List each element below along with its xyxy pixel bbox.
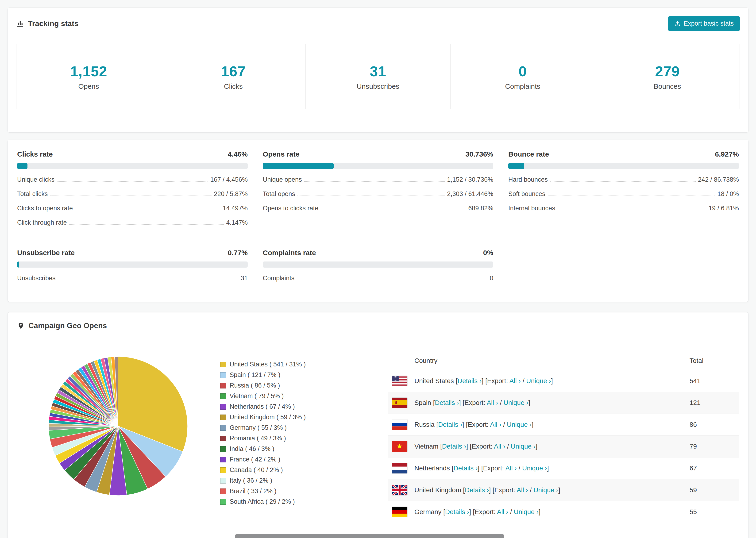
details-link[interactable]: Details › (458, 377, 482, 385)
rate-row-value: 19 / 6.81% (709, 205, 739, 212)
progress-bar-fill (17, 163, 27, 169)
stat-value: 279 (655, 63, 680, 80)
rate-row-value: 0 (490, 275, 493, 282)
legend-swatch (220, 499, 226, 505)
rate-row-value: 14.497% (223, 205, 248, 212)
bracket-text: / (501, 421, 507, 428)
bracket-text: / (508, 508, 514, 515)
ru-flag-icon (392, 419, 407, 430)
legend-swatch (220, 488, 226, 494)
legend-label: Spain ( 121 / 7% ) (230, 371, 280, 379)
geo-table-row-netherlands: Netherlands [Details ›] [Export: All › /… (388, 457, 739, 479)
export-button-label: Export basic stats (684, 20, 734, 27)
rate-row-value: 167 / 4.456% (210, 176, 248, 183)
rate-row-value: 2,303 / 61.446% (447, 190, 493, 198)
legend-swatch (220, 446, 226, 452)
geo-table-row-united-kingdom: United Kingdom [Details ›] [Export: All … (388, 479, 739, 501)
country-total: 55 (689, 508, 739, 516)
bracket-text: [ (435, 421, 438, 428)
country-column-header: Country (388, 357, 689, 364)
details-link[interactable]: Details › (465, 486, 489, 494)
export-unique-link[interactable]: Unique › (511, 443, 536, 450)
legend-swatch (220, 414, 226, 420)
bracket-text: ] [Export: (482, 377, 509, 385)
rate-row-unique-opens: Unique opens1,152 / 30.736% (263, 176, 493, 183)
rate-head: Unsubscribe rate0.77% (17, 249, 248, 257)
details-link[interactable]: Details › (454, 464, 478, 472)
legend-swatch (220, 425, 226, 431)
progress-bar (17, 163, 248, 169)
legend-label: United Kingdom ( 59 / 3% ) (230, 413, 306, 421)
export-all-link[interactable]: All › (506, 464, 517, 472)
geo-table-row-russia: Russia [Details ›] [Export: All › / Uniq… (388, 414, 739, 436)
rate-head: Bounce rate6.927% (508, 150, 739, 158)
dotted-leader (297, 280, 487, 280)
bracket-text: ] [Export: (489, 486, 517, 494)
export-all-link[interactable]: All › (497, 508, 508, 515)
stat-label: Complaints (505, 82, 540, 90)
details-link[interactable]: Details › (435, 399, 459, 406)
geo-table-row-vietnam: Vietnam [Details ›] [Export: All › / Uni… (388, 436, 739, 457)
bracket-text: [ (431, 399, 435, 406)
export-unique-link[interactable]: Unique › (522, 464, 547, 472)
rate-row-unique-clicks: Unique clicks167 / 4.456% (17, 176, 248, 183)
rate-value: 4.46% (228, 150, 248, 158)
country-name: United Kingdom (414, 486, 461, 494)
details-link[interactable]: Details › (445, 508, 469, 515)
export-unique-link[interactable]: Unique › (504, 399, 528, 406)
rate-row-label: Total opens (263, 190, 295, 198)
campaign-geo-opens-card: Campaign Geo Opens United States ( 541 /… (8, 312, 748, 538)
bracket-text: / (517, 464, 522, 472)
legend-label: South Africa ( 29 / 2% ) (230, 498, 295, 506)
export-all-link[interactable]: All › (490, 421, 501, 428)
dotted-leader (548, 195, 715, 196)
stat-label: Unsubscribes (357, 82, 399, 90)
stat-value: 31 (370, 63, 386, 80)
export-unique-link[interactable]: Unique › (514, 508, 539, 515)
rate-head: Opens rate30.736% (263, 150, 493, 158)
rate-title: Complaints rate (263, 249, 316, 257)
export-all-link[interactable]: All › (487, 399, 498, 406)
rate-value: 6.927% (715, 150, 739, 158)
country-name: Germany (414, 508, 441, 515)
details-link[interactable]: Details › (438, 421, 462, 428)
export-all-link[interactable]: All › (510, 377, 521, 385)
export-unique-link[interactable]: Unique › (507, 421, 532, 428)
legend-label: France ( 42 / 2% ) (230, 456, 280, 463)
stat-box-opens: 1,152Opens (16, 44, 161, 109)
geo-table-header-row: Country Total (388, 351, 739, 370)
legend-label: Italy ( 36 / 2% ) (230, 477, 272, 484)
details-link[interactable]: Details › (442, 443, 466, 450)
stat-value: 0 (519, 63, 527, 80)
campaign-overview-page: Tracking stats Export basic stats 1,152O… (0, 0, 756, 538)
country-total: 79 (689, 443, 739, 450)
export-all-link[interactable]: All › (517, 486, 528, 494)
legend-swatch (220, 394, 226, 399)
export-unique-link[interactable]: Unique › (526, 377, 551, 385)
stat-box-clicks: 167Clicks (161, 44, 306, 109)
export-basic-stats-button[interactable]: Export basic stats (668, 16, 740, 31)
rate-row-label: Unique clicks (17, 176, 54, 183)
rate-row-opens-to-clicks-rate: Opens to clicks rate689.82% (263, 205, 493, 212)
legend-swatch (220, 383, 226, 389)
legend-swatch (220, 404, 226, 409)
rate-block-opens-rate: Opens rate30.736%Unique opens1,152 / 30.… (263, 150, 493, 226)
horizontal-scrollbar-thumb[interactable] (235, 534, 504, 538)
geo-table-row-spain: Spain [Details ›] [Export: All › / Uniqu… (388, 392, 739, 414)
rate-title: Opens rate (263, 150, 299, 158)
dotted-leader (69, 224, 224, 225)
legend-label: India ( 46 / 3% ) (230, 445, 274, 453)
rate-row-value: 220 / 5.87% (214, 190, 248, 198)
legend-label: Canada ( 40 / 2% ) (230, 466, 283, 474)
rate-row-total-opens: Total opens2,303 / 61.446% (263, 190, 493, 198)
country-cell: Vietnam [Details ›] [Export: All › / Uni… (414, 443, 689, 450)
legend-swatch (220, 457, 226, 462)
rate-row-label: Opens to clicks rate (263, 205, 318, 212)
export-unique-link[interactable]: Unique › (533, 486, 558, 494)
stat-label: Clicks (224, 82, 243, 90)
export-all-link[interactable]: All › (494, 443, 505, 450)
country-total: 59 (689, 486, 739, 494)
rate-head: Clicks rate4.46% (17, 150, 248, 158)
bracket-text: ] (539, 508, 540, 515)
rate-title: Bounce rate (508, 150, 549, 158)
